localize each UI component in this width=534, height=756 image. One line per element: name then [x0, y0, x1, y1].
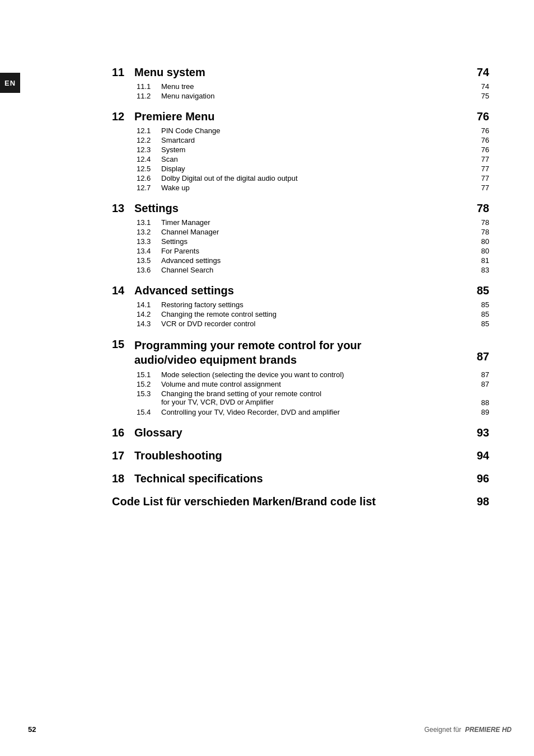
sub-13-3-page: 80: [472, 237, 489, 246]
sub-11-1-num: 11.1: [137, 82, 157, 91]
sub-14-1-title: Restoring factory settings: [161, 300, 243, 309]
sub-12-3: 12.3 System 76: [112, 145, 489, 154]
section-14-header: 14 Advanced settings 85: [112, 284, 489, 297]
sub-12-1-page: 76: [472, 126, 489, 135]
sub-12-1: 12.1 PIN Code Change 76: [112, 126, 489, 135]
sub-13-6-title: Channel Search: [161, 266, 213, 274]
sub-13-3: 13.3 Settings 80: [112, 237, 489, 246]
sub-15-3-page: 88: [472, 389, 489, 407]
sub-12-7: 12.7 Wake up 77: [112, 184, 489, 192]
language-label: EN: [4, 79, 16, 87]
section-18-num: 18: [112, 472, 128, 485]
sub-13-1-title: Timer Manager: [161, 218, 210, 227]
sub-14-2-title: Changing the remote control setting: [161, 310, 277, 318]
sub-11-2-title: Menu navigation: [161, 92, 214, 100]
sub-15-2: 15.2 Volume and mute control assignment …: [112, 380, 489, 388]
sub-12-2-page: 76: [472, 136, 489, 144]
sub-13-6-num: 13.6: [137, 266, 157, 274]
section-12-num: 12: [112, 110, 128, 123]
section-11-header: 11 Menu system 74: [112, 66, 489, 79]
sub-14-3-title: VCR or DVD recorder control: [161, 320, 255, 328]
sub-12-7-num: 12.7: [137, 184, 157, 192]
sub-15-2-page: 87: [472, 380, 489, 388]
page-number: 52: [28, 725, 36, 734]
section-13-header: 13 Settings 78: [112, 202, 489, 215]
sub-11-2-page: 75: [472, 92, 489, 100]
sub-12-6-title: Dolby Digital out of the digital audio o…: [161, 174, 298, 182]
sub-12-4-title: Scan: [161, 155, 178, 163]
sub-12-7-title: Wake up: [161, 184, 190, 192]
sub-13-5-page: 81: [472, 256, 489, 265]
page: EN 11 Menu system 74 11.1 Menu tree 74 1…: [0, 0, 534, 756]
sub-13-1: 13.1 Timer Manager 78: [112, 218, 489, 227]
code-list-entry: Code List für verschieden Marken/Brand c…: [112, 495, 489, 508]
sub-15-1-page: 87: [472, 370, 489, 379]
sub-12-2-title: Smartcard: [161, 136, 195, 144]
sub-13-4-title: For Parents: [161, 247, 199, 255]
section-13-num: 13: [112, 202, 128, 215]
sub-13-4-page: 80: [472, 247, 489, 255]
sub-12-5-title: Display: [161, 165, 185, 173]
section-15-page: 87: [472, 338, 489, 363]
sub-12-1-title: PIN Code Change: [161, 126, 221, 135]
sub-14-3-page: 85: [472, 320, 489, 328]
section-15-num: 15: [112, 338, 128, 351]
section-16-title: Glossary: [134, 426, 182, 439]
sub-13-2-page: 78: [472, 228, 489, 236]
sub-11-1: 11.1 Menu tree 74: [112, 82, 489, 91]
section-13-page: 78: [472, 202, 489, 215]
sub-12-4-num: 12.4: [137, 155, 157, 163]
section-15-title: Programming your remote control for your…: [134, 338, 362, 367]
sub-13-2: 13.2 Channel Manager 78: [112, 228, 489, 236]
section-14-num: 14: [112, 284, 128, 297]
section-11-num: 11: [112, 66, 128, 79]
sub-15-4-title: Controlling your TV, Video Recorder, DVD…: [161, 408, 340, 416]
sub-15-1-title: Mode selection (selecting the device you…: [161, 370, 344, 379]
section-17-page: 94: [472, 449, 489, 462]
sub-14-2: 14.2 Changing the remote control setting…: [112, 310, 489, 318]
section-15-header: 15 Programming your remote control for y…: [112, 338, 489, 367]
sub-12-2: 12.2 Smartcard 76: [112, 136, 489, 144]
section-11-title: Menu system: [134, 66, 205, 79]
sub-14-1-num: 14.1: [137, 300, 157, 309]
sub-12-3-page: 76: [472, 145, 489, 154]
sub-12-3-num: 12.3: [137, 145, 157, 154]
section-11-page: 74: [472, 66, 489, 79]
sub-15-3: 15.3 Changing the brand setting of your …: [112, 389, 489, 407]
sub-12-4-page: 77: [472, 155, 489, 163]
footer-brand-name: PREMIERE HD: [465, 726, 512, 734]
sub-14-1-page: 85: [472, 300, 489, 309]
section-12-title: Premiere Menu: [134, 110, 214, 123]
sub-12-5: 12.5 Display 77: [112, 165, 489, 173]
sub-13-1-page: 78: [472, 218, 489, 227]
sub-12-5-num: 12.5: [137, 165, 157, 173]
sub-12-5-page: 77: [472, 165, 489, 173]
sub-14-2-page: 85: [472, 310, 489, 318]
sub-11-1-page: 74: [472, 82, 489, 91]
section-18-header: 18 Technical specifications 96: [112, 472, 489, 485]
sub-11-2: 11.2 Menu navigation 75: [112, 92, 489, 100]
sub-13-5-title: Advanced settings: [161, 256, 221, 265]
toc-content: 11 Menu system 74 11.1 Menu tree 74 11.2…: [112, 0, 489, 567]
sub-12-2-num: 12.2: [137, 136, 157, 144]
language-tab: EN: [0, 73, 20, 93]
section-16-header: 16 Glossary 93: [112, 426, 489, 439]
sub-13-5: 13.5 Advanced settings 81: [112, 256, 489, 265]
sub-13-4-num: 13.4: [137, 247, 157, 255]
sub-11-1-title: Menu tree: [161, 82, 194, 91]
sub-14-3: 14.3 VCR or DVD recorder control 85: [112, 320, 489, 328]
section-12-page: 76: [472, 110, 489, 123]
sub-12-1-num: 12.1: [137, 126, 157, 135]
sub-13-6-page: 83: [472, 266, 489, 274]
sub-14-3-num: 14.3: [137, 320, 157, 328]
section-13-title: Settings: [134, 202, 179, 215]
sub-15-4-page: 89: [472, 408, 489, 416]
section-17-num: 17: [112, 449, 128, 462]
sub-11-2-num: 11.2: [137, 92, 157, 100]
sub-12-4: 12.4 Scan 77: [112, 155, 489, 163]
sub-15-1-num: 15.1: [137, 370, 157, 379]
section-18-title: Technical specifications: [134, 472, 263, 485]
sub-12-6: 12.6 Dolby Digital out of the digital au…: [112, 174, 489, 182]
sub-13-2-title: Channel Manager: [161, 228, 219, 236]
sub-13-1-num: 13.1: [137, 218, 157, 227]
